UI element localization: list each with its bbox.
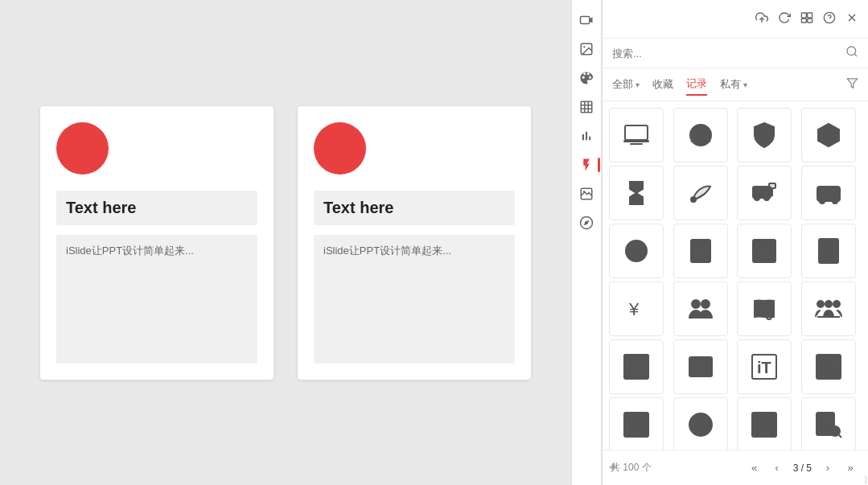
page-first-btn[interactable]: « xyxy=(745,458,764,478)
icon-cell-speedometer[interactable] xyxy=(609,224,664,278)
icon-cell-leaf[interactable] xyxy=(673,166,728,220)
svg-rect-74 xyxy=(624,355,648,363)
tab-private[interactable]: 私有 ▾ xyxy=(720,74,747,95)
search-input[interactable] xyxy=(612,47,839,60)
close-icon[interactable] xyxy=(845,11,858,27)
slide-card-1: Text here iSlide让PPT设计简单起来... xyxy=(40,106,274,380)
svg-rect-17 xyxy=(808,18,812,23)
icon-cell-yen[interactable]: ¥ xyxy=(609,282,664,336)
sidebar-photo-icon[interactable] xyxy=(574,182,599,206)
svg-rect-15 xyxy=(808,13,812,18)
svg-point-68 xyxy=(767,314,771,319)
tab-all-chevron: ▾ xyxy=(636,80,640,89)
svg-rect-0 xyxy=(581,17,590,24)
sidebar-compass-icon[interactable] xyxy=(574,211,599,235)
svg-rect-27 xyxy=(630,143,643,145)
svg-point-51 xyxy=(635,249,638,253)
icon-cell-excel[interactable]: X xyxy=(737,224,792,278)
svg-rect-78 xyxy=(693,360,702,367)
icon-cell-laptop[interactable] xyxy=(609,108,664,162)
icon-cell-check-circle[interactable]: 正 xyxy=(673,397,728,450)
svg-text:W: W xyxy=(824,244,835,257)
icon-cell-layout[interactable] xyxy=(609,339,664,394)
svg-point-22 xyxy=(847,47,856,55)
svg-text:正: 正 xyxy=(694,420,705,432)
page-next-btn[interactable]: › xyxy=(818,458,837,478)
svg-rect-4 xyxy=(581,101,592,113)
add-button[interactable]: + xyxy=(603,458,623,477)
tab-records-label: 记录 xyxy=(686,76,707,91)
tab-favorites[interactable]: 收藏 xyxy=(652,74,673,95)
icon-cell-word[interactable]: W xyxy=(801,224,856,278)
sidebar-lightning-icon[interactable] xyxy=(574,153,599,177)
page-prev-btn[interactable]: ‹ xyxy=(767,458,787,478)
icon-cell-group[interactable] xyxy=(673,282,728,336)
panel-header xyxy=(603,0,868,39)
svg-point-99 xyxy=(830,426,840,436)
svg-rect-26 xyxy=(623,140,649,142)
svg-point-66 xyxy=(692,300,700,308)
sidebar-video-icon[interactable] xyxy=(574,8,599,32)
sidebar-table-icon[interactable] xyxy=(574,95,599,119)
slide-title-1: Text here xyxy=(66,199,136,216)
pagination-controls: « ‹ 3 / 5 › » xyxy=(745,458,860,478)
icon-cell-document[interactable]: SAT xyxy=(673,224,728,278)
slide-body-2: iSlide让PPT设计简单起来... xyxy=(323,245,451,257)
slide-title-box-2: Text here xyxy=(314,191,515,225)
slide-circle-2 xyxy=(314,122,366,175)
svg-rect-14 xyxy=(801,13,806,18)
svg-marker-24 xyxy=(847,79,858,88)
help-icon[interactable] xyxy=(823,11,836,27)
tab-all[interactable]: 全部 ▾ xyxy=(612,74,640,95)
refresh-icon[interactable] xyxy=(778,11,791,27)
icon-cell-steering-wheel[interactable] xyxy=(673,108,728,162)
icon-cell-edit[interactable] xyxy=(609,397,664,450)
icon-cell-box[interactable] xyxy=(801,108,856,162)
slide-title-box-1: Text here xyxy=(56,191,257,225)
sidebar-icons xyxy=(571,0,602,485)
svg-point-29 xyxy=(697,132,704,138)
slide-body-box-2: iSlide让PPT设计简单起来... xyxy=(314,235,515,364)
sidebar-palette-icon[interactable] xyxy=(574,66,599,90)
page-current: 3 / 5 xyxy=(790,462,815,474)
icon-cell-news[interactable] xyxy=(673,339,728,394)
search-bar xyxy=(603,39,868,68)
icon-cell-hourglass[interactable] xyxy=(609,166,664,220)
svg-point-71 xyxy=(833,301,840,307)
svg-point-46 xyxy=(833,199,837,203)
svg-rect-42 xyxy=(769,183,775,188)
svg-point-45 xyxy=(820,199,825,203)
svg-point-70 xyxy=(825,301,832,307)
svg-line-100 xyxy=(838,435,841,438)
svg-point-10 xyxy=(583,191,585,192)
icon-cell-user-profile[interactable] xyxy=(737,397,792,450)
svg-point-67 xyxy=(701,300,710,308)
right-panel: 全部 ▾ 收藏 记录 私有 ▾ xyxy=(602,0,868,485)
icon-cell-text[interactable]: iT xyxy=(737,339,792,394)
svg-rect-47 xyxy=(824,190,833,195)
filter-icon[interactable] xyxy=(846,77,858,92)
icon-cell-car-sign[interactable] xyxy=(737,166,792,220)
tab-all-label: 全部 xyxy=(612,77,633,92)
slide-body-1: iSlide让PPT设计简单起来... xyxy=(66,245,194,257)
icon-cell-shield[interactable] xyxy=(737,108,792,162)
icon-grid: SAT X W ¥ iT xyxy=(603,101,868,450)
icon-cell-openbook[interactable] xyxy=(737,282,792,336)
search-icon[interactable] xyxy=(845,45,858,61)
tab-records[interactable]: 记录 xyxy=(686,73,707,96)
icon-cell-car-front[interactable] xyxy=(801,166,856,220)
sidebar-chart-icon[interactable] xyxy=(574,124,599,148)
resize-handle[interactable]: ⟩ xyxy=(855,472,868,485)
svg-line-23 xyxy=(854,54,857,56)
icon-cell-expand[interactable] xyxy=(801,339,856,394)
pagination: 共 100 个 « ‹ 3 / 5 › » xyxy=(603,450,868,485)
svg-point-94 xyxy=(759,417,769,426)
tab-private-label: 私有 xyxy=(720,77,741,92)
icon-cell-search-doc[interactable] xyxy=(801,397,856,450)
sidebar-image-icon[interactable] xyxy=(574,37,599,61)
upload-icon[interactable] xyxy=(755,11,768,27)
svg-point-38 xyxy=(691,197,696,202)
link-icon[interactable] xyxy=(800,11,813,27)
svg-point-40 xyxy=(755,195,759,200)
icon-cell-audience[interactable] xyxy=(801,282,856,336)
